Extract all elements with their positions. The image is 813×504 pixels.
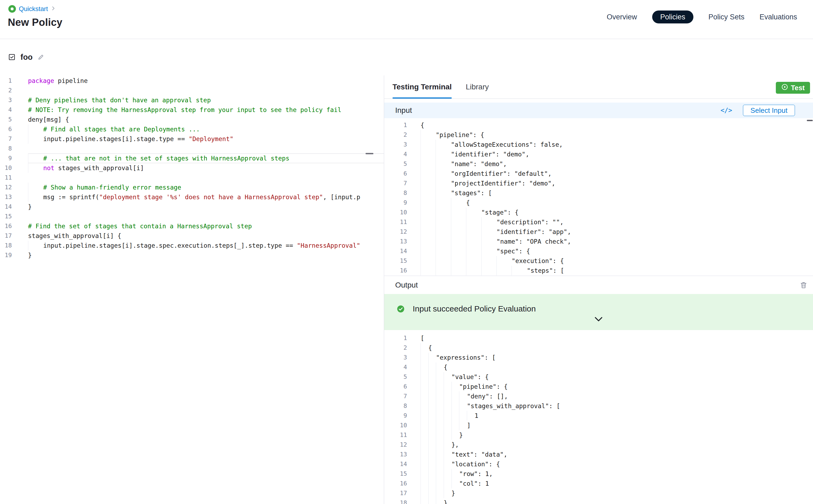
code-line: 18input.pipeline.stages[i].stage.spec.ex… [0,241,384,250]
nav-tab-policies[interactable]: Policies [652,11,693,23]
line-number: 2 [384,343,407,353]
line-number: 17 [384,488,407,498]
line-number: 3 [384,353,407,362]
input-json-editor[interactable]: 1{2"pipeline": {3"allowStageExecutions":… [384,118,813,276]
chevron-down-icon[interactable] [594,316,604,324]
code-line: 3"expressions": [ [384,353,813,362]
code-line: 2{ [384,343,813,353]
code-line: 6# Find all stages that are Deployments … [0,124,384,134]
line-number: 2 [0,86,12,95]
line-number: 12 [0,183,12,192]
line-number: 1 [0,76,12,86]
line-number: 8 [384,188,407,198]
line-number: 9 [384,411,407,421]
line-number: 13 [384,237,407,246]
code-line: 1{ [384,120,813,130]
code-line: 18} [384,498,813,504]
code-line: 15 [0,212,384,221]
line-number: 14 [384,246,407,256]
input-scrollbar-thumb[interactable] [807,120,813,121]
line-number: 2 [384,130,407,140]
line-number: 13 [384,450,407,459]
line-number: 11 [0,173,12,183]
line-number: 3 [0,95,12,105]
code-line: 16"steps": [ [384,266,813,275]
line-number: 12 [384,227,407,237]
page-title: New Policy [8,17,62,28]
code-line: 7"projectIdentifier": "demo", [384,179,813,188]
code-line: 5"name": "demo", [384,159,813,169]
code-line: 7input.pipeline.stages[i].stage.type == … [0,134,384,144]
code-view-icon[interactable]: </> [721,103,732,118]
line-number: 9 [384,198,407,208]
line-number: 16 [384,266,407,275]
code-line: 16"col": 1 [384,479,813,488]
line-number: 19 [0,250,12,260]
line-number: 15 [0,212,12,221]
testing-panel: Testing Terminal Library Test Input </> … [384,75,813,504]
line-number: 12 [384,440,407,450]
code-line: 5deny[msg] { [0,115,384,124]
code-line: 16# Find the set of stages that contain … [0,221,384,231]
line-number: 18 [384,498,407,504]
code-line: 8"stages": [ [384,188,813,198]
line-number: 1 [384,333,407,343]
project-logo-icon [8,5,16,13]
line-number: 4 [0,105,12,115]
output-section-header: Output [384,276,813,294]
line-number: 3 [384,140,407,149]
code-line: 7"deny": [], [384,391,813,401]
test-button-label: Test [791,84,805,92]
line-number: 5 [0,115,12,124]
line-number: 15 [384,469,407,479]
output-json-viewer[interactable]: 1[2{3"expressions": [4{5"value": {6"pipe… [384,330,813,504]
code-line: 5"value": { [384,372,813,382]
code-line: 12# Show a human-friendly error message [0,183,384,192]
edit-pencil-icon[interactable] [37,54,44,61]
code-line: 8 [0,144,384,153]
top-nav: Overview Policies Policy Sets Evaluation… [607,4,797,30]
tab-library[interactable]: Library [466,75,489,99]
nav-tab-policy-sets[interactable]: Policy Sets [709,13,745,21]
code-line: 10"stage": { [384,208,813,217]
nav-tab-evaluations[interactable]: Evaluations [759,13,797,21]
select-input-button[interactable]: Select Input [743,105,795,116]
test-button[interactable]: Test [776,82,810,94]
code-line: 4{ [384,362,813,372]
breadcrumb-link-quickstart[interactable]: Quickstart [19,5,48,13]
policy-editor[interactable]: 1package pipeline23# Deny pipelines that… [0,75,384,504]
code-line: 91 [384,411,813,421]
code-line: 14"spec": { [384,246,813,256]
code-line: 13"name": "OPA check", [384,237,813,246]
nav-tab-overview[interactable]: Overview [607,13,637,21]
code-line: 19} [0,250,384,260]
code-line: 12}, [384,440,813,450]
policy-name: foo [20,53,33,62]
chevron-right-icon [51,6,56,12]
line-number: 4 [384,362,407,372]
line-number: 16 [384,479,407,488]
line-number: 6 [384,382,407,391]
line-number: 9 [0,153,12,163]
code-line: 1[ [384,333,813,343]
clear-output-trash-icon[interactable] [800,281,808,290]
code-line: 6"orgIdentifier": "default", [384,169,813,179]
line-number: 5 [384,372,407,382]
code-line: 9{ [384,198,813,208]
code-line: 3# Deny pipelines that don't have an app… [0,95,384,105]
play-circle-icon [781,83,788,92]
line-number: 14 [384,459,407,469]
input-label: Input [395,106,412,115]
line-number: 14 [0,202,12,212]
code-line: 6"pipeline": { [384,382,813,391]
testing-tabs-row: Testing Terminal Library Test [384,75,813,99]
code-line: 17} [384,488,813,498]
line-number: 7 [384,179,407,188]
line-number: 6 [0,124,12,134]
banner-message: Input succeeded Policy Evaluation [413,304,536,313]
code-line: 14} [0,202,384,212]
tab-testing-terminal[interactable]: Testing Terminal [392,75,452,99]
page-header: Quickstart New Policy Overview Policies … [0,0,813,39]
line-number: 4 [384,149,407,159]
line-number: 11 [384,430,407,440]
